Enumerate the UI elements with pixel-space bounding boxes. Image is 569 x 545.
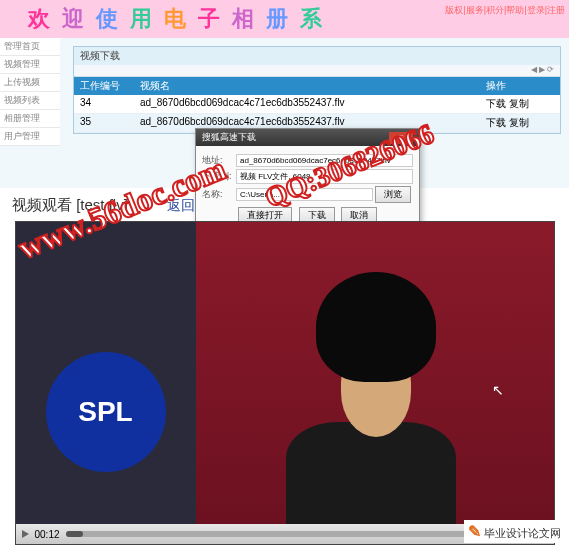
col-name: 视频名 [134,77,480,95]
sidebar-item[interactable]: 视频列表 [0,92,60,110]
close-icon[interactable]: × [389,132,413,144]
sidebar-item[interactable]: 上传视频 [0,74,60,92]
content-panel: 视频下载 ◀ ▶ ⟳ 工作编号 视频名 操作 34 ad_8670d6bcd06… [65,38,569,142]
table-title: 视频下载 [74,47,560,65]
video-player[interactable]: SPL ↖ 00:12 🔊 ⛶ [15,221,555,545]
header-links[interactable]: 版权|服务|积分|帮助|登录|注册 [445,4,565,17]
video-subject [246,272,456,532]
table-header-row: 工作编号 视频名 操作 [74,77,560,95]
addr-value: ad_8670d6bcd069dcac7ec6db3552437.flv [236,154,413,167]
path-input[interactable]: C:\Users\... [236,188,373,201]
sidebar-item[interactable]: 用户管理 [0,128,60,146]
video-section: 视频观看 [test.flv] 返回 SPL ↖ 00:12 🔊 ⛶ [0,188,569,545]
sidebar-item[interactable]: 相册管理 [0,110,60,128]
cursor-icon: ↖ [492,382,504,398]
type-value: 视频 FLV文件, 6048 [236,169,413,184]
browse-button[interactable]: 浏览 [375,186,411,203]
table-toolbar[interactable]: ◀ ▶ ⟳ [74,65,560,77]
dialog-title: 搜狐高速下载 [202,131,256,144]
app-header: 欢迎使用电子相册系 版权|服务|积分|帮助|登录|注册 [0,0,569,38]
progress-bar[interactable] [66,531,512,537]
col-ops: 操作 [480,77,560,95]
dialog-titlebar[interactable]: 搜狐高速下载 × [196,129,419,146]
video-frame: SPL ↖ [16,222,554,544]
time-display: 00:12 [35,529,60,540]
path-label: 名称: [202,188,236,201]
site-logo[interactable]: ✎ 毕业设计论文网 [464,520,565,543]
sidebar-item[interactable]: 管理首页 [0,38,60,56]
type-label: 下载到: [202,170,236,183]
play-icon[interactable] [22,530,29,538]
col-id: 工作编号 [74,77,134,95]
video-table: 视频下载 ◀ ▶ ⟳ 工作编号 视频名 操作 34 ad_8670d6bcd06… [73,46,561,134]
main-panel: 管理首页 视频管理 上传视频 视频列表 相册管理 用户管理 视频下载 ◀ ▶ ⟳… [0,38,569,188]
sidebar: 管理首页 视频管理 上传视频 视频列表 相册管理 用户管理 [0,38,60,146]
pencil-icon: ✎ [468,523,481,540]
addr-label: 地址: [202,154,236,167]
table-row[interactable]: 34 ad_8670d6bcd069dcac4c71ec6db3552437.f… [74,95,560,114]
back-link[interactable]: 返回 [167,197,195,213]
sidebar-item[interactable]: 视频管理 [0,56,60,74]
spl-logo: SPL [46,352,166,472]
dialog-body: 地址: ad_8670d6bcd069dcac7ec6db3552437.flv… [196,146,419,230]
